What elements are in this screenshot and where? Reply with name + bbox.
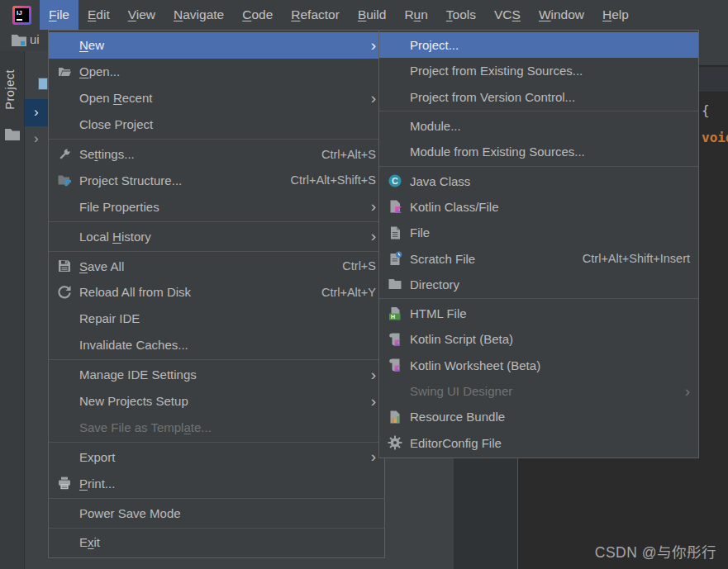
menu-item-open-recent[interactable]: Open Recent› xyxy=(49,85,384,111)
menubar-item-build[interactable]: Build xyxy=(349,0,395,30)
menu-item-file-properties[interactable]: File Properties› xyxy=(49,193,384,220)
menu-item-new-projects-setup[interactable]: New Projects Setup› xyxy=(49,388,384,415)
menu-item-project[interactable]: Project... xyxy=(379,32,698,58)
menu-item-print[interactable]: Print... xyxy=(49,470,384,496)
menu-item-label: Print... xyxy=(79,477,115,491)
menu-item-close-project[interactable]: Close Project xyxy=(49,111,384,138)
menu-item-label: Exit xyxy=(79,535,100,549)
menu-item-editorconfig-file[interactable]: EditorConfig File xyxy=(379,429,698,455)
icon-slot xyxy=(57,338,72,353)
menu-item-project-structure[interactable]: Project Structure...Ctrl+Alt+Shift+S xyxy=(49,167,384,193)
menu-item-label: File xyxy=(410,225,430,239)
icon-slot xyxy=(388,119,402,134)
menu-separator xyxy=(49,498,384,499)
menu-item-label: Close Project xyxy=(79,117,153,131)
submenu-arrow-icon: › xyxy=(366,396,376,407)
menu-item-shortcut: Ctrl+Alt+Shift+S xyxy=(274,173,376,187)
menubar-item-run[interactable]: Run xyxy=(395,0,436,30)
reload-icon xyxy=(57,285,72,300)
menu-item-label: Export xyxy=(79,450,115,464)
menu-item-module[interactable]: Module... xyxy=(379,113,698,139)
menu-item-label: Open... xyxy=(79,64,120,78)
menubar-item-edit[interactable]: Edit xyxy=(79,0,119,30)
menu-item-exit[interactable]: Exit xyxy=(49,529,384,556)
menu-item-project-from-version-control[interactable]: Project from Version Control... xyxy=(379,84,698,110)
menubar-item-help[interactable]: Help xyxy=(593,0,638,30)
kotlin-worksheet-icon xyxy=(388,358,402,372)
project-stripe-button[interactable]: Project xyxy=(3,69,17,110)
menu-item-label: Java Class xyxy=(410,174,470,188)
menu-item-settings[interactable]: Settings...Ctrl+Alt+S xyxy=(49,141,384,168)
menubar-item-vcs[interactable]: VCS xyxy=(485,0,530,30)
menubar-item-file[interactable]: File xyxy=(40,0,79,30)
menu-item-scratch-file[interactable]: Scratch FileCtrl+Alt+Shift+Insert xyxy=(379,245,698,271)
menu-item-label: Kotlin Worksheet (Beta) xyxy=(410,358,540,372)
submenu-arrow-icon: › xyxy=(366,201,376,212)
menu-item-label: EditorConfig File xyxy=(410,436,502,450)
menu-item-label: Settings... xyxy=(79,147,135,161)
new-submenu-popup: Project...Project from Existing Sources.… xyxy=(378,30,699,458)
menu-item-local-history[interactable]: Local History› xyxy=(49,223,384,249)
menu-bar: IJ FileEditViewNavigateCodeRefactorBuild… xyxy=(0,0,728,30)
menu-item-label: Open Recent xyxy=(79,91,152,105)
menu-separator xyxy=(379,166,698,167)
menu-item-label: Module from Existing Sources... xyxy=(410,145,585,159)
menu-item-html-file[interactable]: HHTML File xyxy=(379,301,698,326)
menu-item-manage-ide-settings[interactable]: Manage IDE Settings› xyxy=(49,362,384,388)
menubar-item-navigate[interactable]: Navigate xyxy=(164,0,233,30)
icon-slot xyxy=(388,64,402,78)
icon-slot xyxy=(57,449,72,464)
menu-item-module-from-existing-sources[interactable]: Module from Existing Sources... xyxy=(379,139,698,164)
menu-item-shortcut: Ctrl+Alt+Shift+Insert xyxy=(566,252,690,265)
icon-slot xyxy=(57,38,72,53)
menu-separator xyxy=(379,298,698,299)
breadcrumb-project-name: ui xyxy=(30,32,40,46)
menu-item-label: Kotlin Script (Beta) xyxy=(410,332,513,346)
menu-item-resource-bundle[interactable]: Resource Bundle xyxy=(379,404,698,429)
save-all-icon xyxy=(57,258,72,273)
menu-item-save-all[interactable]: Save AllCtrl+S xyxy=(49,253,384,279)
menu-item-label: Resource Bundle xyxy=(410,410,505,424)
menu-item-export[interactable]: Export› xyxy=(49,443,384,470)
menu-item-label: Power Save Mode xyxy=(79,506,181,520)
menu-item-label: New xyxy=(79,38,104,52)
menubar-item-tools[interactable]: Tools xyxy=(437,0,485,30)
menu-item-directory[interactable]: Directory xyxy=(379,272,698,297)
menubar-item-window[interactable]: Window xyxy=(530,0,593,30)
icon-slot xyxy=(57,117,72,132)
icon-slot xyxy=(388,38,402,53)
menu-separator xyxy=(49,528,384,529)
menu-item-kotlin-worksheet-beta[interactable]: Kotlin Worksheet (Beta) xyxy=(379,353,698,378)
menu-item-new[interactable]: New› xyxy=(49,32,384,59)
icon-slot xyxy=(57,311,72,326)
menu-item-java-class[interactable]: CJava Class xyxy=(379,168,698,193)
tree-expand-chevron-icon[interactable]: › xyxy=(34,130,39,147)
icon-slot xyxy=(57,420,72,434)
menu-item-power-save-mode[interactable]: Power Save Mode xyxy=(49,500,384,526)
menu-item-repair-ide[interactable]: Repair IDE xyxy=(49,306,384,332)
menu-item-kotlin-class-file[interactable]: Kotlin Class/File xyxy=(379,194,698,220)
menu-item-reload-all-from-disk[interactable]: Reload All from DiskCtrl+Alt+Y xyxy=(49,279,384,306)
icon-slot xyxy=(57,394,72,409)
wrench-icon xyxy=(57,147,72,162)
submenu-arrow-icon: › xyxy=(366,230,376,242)
menu-item-project-from-existing-sources[interactable]: Project from Existing Sources... xyxy=(379,58,698,83)
menubar-item-refactor[interactable]: Refactor xyxy=(282,0,349,30)
menu-item-label: New Projects Setup xyxy=(79,394,188,408)
menu-item-kotlin-script-beta[interactable]: Kotlin Script (Beta) xyxy=(379,326,698,352)
printer-icon xyxy=(57,476,72,491)
icon-slot xyxy=(57,535,72,550)
menubar-item-view[interactable]: View xyxy=(119,0,164,30)
menu-item-file[interactable]: File xyxy=(379,220,698,245)
menu-item-save-file-as-template: Save File as Template... xyxy=(49,414,384,440)
menu-item-invalidate-caches[interactable]: Invalidate Caches... xyxy=(49,332,384,358)
menubar-item-code[interactable]: Code xyxy=(233,0,282,30)
submenu-arrow-icon: › xyxy=(366,40,376,51)
menu-item-label: Reload All from Disk xyxy=(79,285,191,299)
menu-item-open[interactable]: Open... xyxy=(49,59,384,85)
svg-text:C: C xyxy=(392,176,398,186)
icon-slot xyxy=(388,145,402,159)
menu-item-swing-ui-designer: Swing UI Designer› xyxy=(379,378,698,404)
tree-selected-row[interactable]: › xyxy=(25,99,48,126)
menu-item-label: Project from Version Control... xyxy=(410,90,575,104)
